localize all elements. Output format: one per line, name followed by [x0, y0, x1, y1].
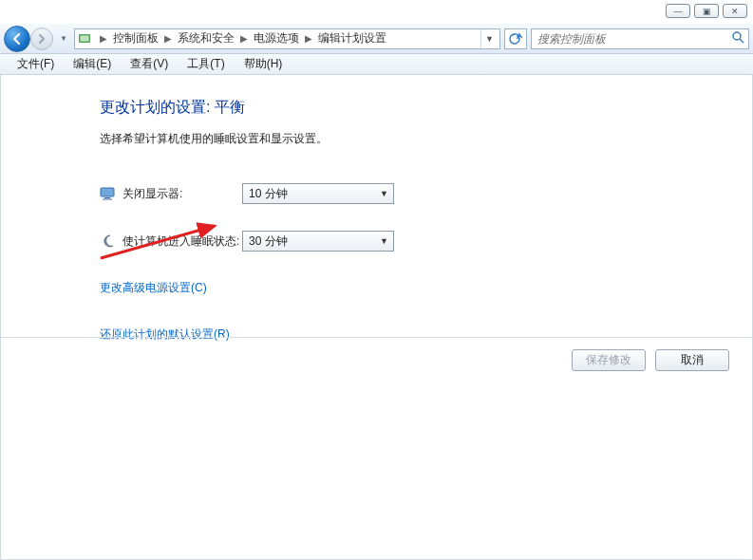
display-off-label: 关闭显示器:: [122, 186, 242, 202]
crumb-edit-plan[interactable]: 编辑计划设置: [316, 30, 388, 47]
close-button[interactable]: ✕: [723, 4, 747, 18]
minimize-button[interactable]: —: [666, 4, 690, 18]
sleep-label: 使计算机进入睡眠状态:: [122, 233, 242, 250]
svg-rect-1: [81, 35, 89, 41]
menu-view[interactable]: 查看(V): [121, 56, 178, 72]
setting-row-display: 关闭显示器: 10 分钟 ▼: [100, 183, 752, 204]
navigation-bar: ▼ ▶ 控制面板 ▶ 系统和安全 ▶ 电源选项 ▶ 编辑计划设置 ▼: [0, 24, 753, 54]
display-off-select[interactable]: 10 分钟 ▼: [242, 183, 394, 204]
svg-point-2: [733, 32, 741, 40]
display-off-value: 10 分钟: [249, 186, 288, 202]
chevron-down-icon: ▼: [380, 189, 388, 198]
menu-file[interactable]: 文件(F): [8, 56, 64, 72]
chevron-right-icon: ▶: [160, 33, 176, 44]
menu-edit[interactable]: 编辑(E): [64, 56, 121, 72]
forward-button[interactable]: [30, 28, 53, 50]
moon-icon: [100, 233, 115, 249]
window-controls: — ▣ ✕: [666, 4, 747, 18]
search-input[interactable]: [536, 31, 731, 47]
advanced-settings-link[interactable]: 更改高级电源设置(C): [100, 280, 207, 296]
menu-tools[interactable]: 工具(T): [178, 56, 234, 72]
breadcrumb: ▶ 控制面板 ▶ 系统和安全 ▶ 电源选项 ▶ 编辑计划设置: [96, 30, 480, 47]
search-icon[interactable]: [731, 30, 744, 47]
page-title: 更改计划的设置: 平衡: [100, 98, 752, 118]
sleep-select[interactable]: 30 分钟 ▼: [242, 231, 394, 252]
svg-line-3: [740, 39, 744, 43]
search-box[interactable]: [531, 28, 749, 49]
menu-bar: 文件(F) 编辑(E) 查看(V) 工具(T) 帮助(H): [0, 54, 753, 75]
menu-help[interactable]: 帮助(H): [235, 56, 292, 72]
chevron-right-icon: ▶: [96, 33, 111, 44]
crumb-control-panel[interactable]: 控制面板: [111, 30, 160, 47]
content-area: 更改计划的设置: 平衡 选择希望计算机使用的睡眠设置和显示设置。 关闭显示器: …: [0, 75, 753, 560]
setting-row-sleep: 使计算机进入睡眠状态: 30 分钟 ▼: [100, 231, 752, 252]
chevron-right-icon: ▶: [236, 33, 252, 44]
recent-pages-dropdown[interactable]: ▼: [57, 26, 70, 52]
address-bar[interactable]: ▶ 控制面板 ▶ 系统和安全 ▶ 电源选项 ▶ 编辑计划设置 ▼: [74, 28, 500, 49]
crumb-power-options[interactable]: 电源选项: [252, 30, 301, 47]
crumb-system-security[interactable]: 系统和安全: [176, 30, 236, 47]
save-button[interactable]: 保存修改: [572, 349, 646, 371]
svg-rect-6: [103, 199, 112, 200]
refresh-button[interactable]: [504, 28, 527, 49]
control-panel-icon: [77, 31, 92, 47]
chevron-down-icon: ▼: [380, 236, 388, 246]
page-description: 选择希望计算机使用的睡眠设置和显示设置。: [100, 131, 752, 147]
svg-rect-4: [101, 188, 114, 196]
maximize-button[interactable]: ▣: [694, 4, 719, 18]
back-button[interactable]: [4, 26, 30, 52]
footer-bar: 保存修改 取消: [1, 337, 752, 383]
cancel-button[interactable]: 取消: [655, 349, 729, 371]
address-dropdown[interactable]: ▼: [480, 29, 498, 48]
chevron-right-icon: ▶: [301, 33, 316, 44]
sleep-value: 30 分钟: [249, 233, 288, 250]
monitor-icon: [100, 186, 115, 201]
svg-rect-5: [104, 197, 110, 198]
